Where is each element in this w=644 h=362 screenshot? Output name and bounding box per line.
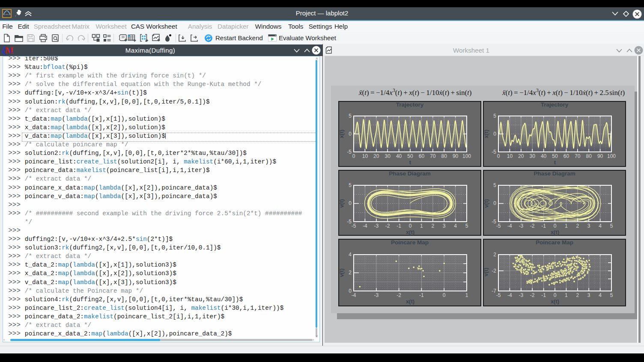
svg-text:30: 30 (385, 153, 391, 159)
svg-text:80: 80 (586, 153, 592, 159)
svg-text:0: 0 (349, 288, 352, 294)
svg-text:v(t): v(t) (483, 268, 489, 276)
svg-text:4: 4 (349, 252, 352, 258)
svg-text:5: 5 (349, 182, 352, 188)
svg-text:50: 50 (407, 153, 413, 159)
svg-text:5: 5 (493, 113, 496, 119)
svg-text:-3: -3 (519, 292, 523, 298)
svg-text:-1: -1 (541, 292, 546, 298)
svg-text:Poincare Map: Poincare Map (391, 239, 429, 246)
svg-text:-5: -5 (492, 219, 496, 225)
svg-text:1: 1 (465, 292, 468, 298)
svg-text:60: 60 (564, 153, 569, 159)
svg-text:20: 20 (373, 153, 379, 159)
svg-text:-5: -5 (347, 149, 352, 155)
svg-text:90: 90 (453, 153, 459, 159)
svg-text:5: 5 (610, 292, 613, 298)
svg-text:Trajectory: Trajectory (396, 101, 424, 108)
svg-text:100: 100 (462, 153, 471, 159)
svg-text:10: 10 (362, 153, 368, 159)
svg-text:-2: -2 (397, 292, 401, 298)
svg-text:5: 5 (610, 223, 613, 229)
svg-text:x(t): x(t) (406, 298, 414, 305)
svg-text:20: 20 (518, 153, 524, 159)
svg-text:30: 30 (530, 153, 536, 159)
svg-text:1: 1 (565, 223, 568, 229)
svg-text:50: 50 (552, 153, 558, 159)
svg-text:1: 1 (565, 292, 568, 298)
svg-text:-3: -3 (519, 223, 523, 229)
svg-text:-2: -2 (385, 223, 390, 229)
svg-text:-1: -1 (541, 223, 546, 229)
svg-text:0: 0 (409, 223, 412, 229)
svg-text:-4: -4 (363, 223, 367, 229)
svg-text:-1: -1 (419, 292, 424, 298)
svg-text:0: 0 (554, 223, 557, 229)
svg-text:-5: -5 (496, 223, 501, 229)
svg-text:0: 0 (554, 292, 557, 298)
svg-text:t: t (554, 159, 556, 166)
svg-text:3: 3 (587, 292, 590, 298)
svg-text:4: 4 (454, 223, 457, 229)
svg-text:Phase Diagram: Phase Diagram (389, 170, 431, 177)
svg-text:-4: -4 (507, 223, 512, 229)
svg-text:90: 90 (597, 153, 603, 159)
svg-text:-3: -3 (374, 292, 379, 298)
svg-text:x(t): x(t) (483, 130, 489, 138)
svg-text:100: 100 (607, 153, 616, 159)
svg-text:t: t (409, 159, 411, 166)
svg-text:-2: -2 (492, 268, 496, 274)
svg-text:-4: -4 (352, 292, 356, 298)
svg-text:0: 0 (493, 200, 496, 206)
svg-text:-3: -3 (374, 223, 379, 229)
svg-text:-5: -5 (492, 149, 496, 155)
svg-text:70: 70 (575, 153, 581, 159)
svg-text:-5: -5 (347, 219, 352, 225)
svg-text:5: 5 (349, 113, 352, 119)
svg-text:2: 2 (576, 292, 579, 298)
svg-text:-4: -4 (507, 292, 512, 298)
svg-text:10: 10 (507, 153, 513, 159)
svg-text:v(t): v(t) (483, 199, 489, 208)
svg-text:x(t): x(t) (406, 229, 414, 235)
svg-text:3: 3 (587, 223, 590, 229)
svg-text:0: 0 (349, 200, 352, 206)
svg-text:0: 0 (443, 292, 446, 298)
svg-text:70: 70 (430, 153, 436, 159)
svg-text:0: 0 (497, 153, 500, 159)
svg-text:Phase Diagram: Phase Diagram (534, 170, 575, 177)
svg-text:40: 40 (541, 153, 547, 159)
svg-text:-5: -5 (496, 292, 501, 298)
svg-text:x(t): x(t) (551, 229, 559, 235)
svg-text:Trajectory: Trajectory (541, 101, 569, 108)
svg-text:x(t): x(t) (338, 130, 345, 138)
svg-text:1: 1 (420, 223, 423, 229)
svg-text:4: 4 (599, 223, 602, 229)
svg-text:-2: -2 (530, 292, 535, 298)
svg-text:40: 40 (396, 153, 402, 159)
svg-text:v(t): v(t) (338, 268, 345, 277)
svg-text:v(t): v(t) (338, 199, 345, 208)
svg-text:2: 2 (349, 270, 352, 276)
svg-text:5: 5 (465, 223, 468, 229)
svg-text:60: 60 (419, 153, 425, 159)
svg-text:x(t): x(t) (551, 298, 559, 305)
svg-text:3: 3 (443, 223, 446, 229)
svg-text:2: 2 (493, 252, 496, 258)
svg-text:80: 80 (441, 153, 447, 159)
svg-text:-1: -1 (397, 223, 401, 229)
svg-text:4: 4 (599, 292, 602, 298)
svg-text:2: 2 (431, 223, 434, 229)
svg-text:2: 2 (576, 223, 579, 229)
svg-text:0: 0 (349, 131, 352, 137)
svg-text:-5: -5 (352, 223, 356, 229)
svg-text:5: 5 (493, 182, 496, 188)
svg-text:0: 0 (352, 153, 355, 159)
svg-text:-2: -2 (530, 223, 535, 229)
svg-text:0: 0 (493, 131, 496, 137)
svg-text:-7: -7 (492, 288, 496, 294)
svg-text:Poincare Map: Poincare Map (536, 239, 573, 246)
